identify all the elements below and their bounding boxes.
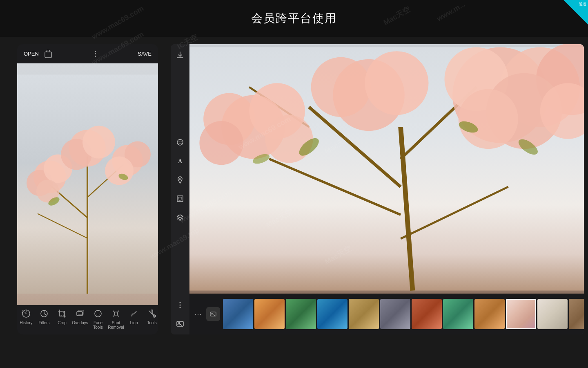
sidebar-photo-icon[interactable] [174,318,186,330]
toolbar-left: OPEN [24,49,53,58]
phone-image-content [17,63,158,305]
main-image-content [189,44,584,294]
svg-point-65 [199,121,243,165]
tool-face-label: Face Tools [89,321,107,330]
app-title: 会员跨平台使用 [251,11,337,26]
tool-tools-label: Tools [147,321,156,325]
bag-icon[interactable] [44,49,53,58]
svg-rect-74 [210,312,216,316]
filmstrip-thumb-12[interactable] [569,299,584,329]
svg-line-29 [117,315,119,316]
sidebar-text-icon[interactable]: A [174,155,186,167]
sidebar-face-icon[interactable] [174,137,186,148]
svg-rect-41 [177,196,183,202]
tool-face[interactable]: Face Tools [89,308,107,330]
svg-rect-21 [78,310,84,314]
tool-crop[interactable]: Crop [53,308,71,325]
save-button[interactable]: SAVE [138,51,151,57]
face-icon [93,308,103,319]
tool-liqu-label: Liqu [130,321,138,325]
svg-point-37 [179,141,180,142]
svg-point-36 [177,139,183,145]
svg-rect-42 [178,197,182,200]
history-icon [21,308,31,319]
svg-rect-46 [177,321,183,326]
svg-rect-31 [151,310,153,313]
crop-icon [57,308,67,319]
svg-point-23 [97,313,98,314]
tools-icon [147,308,157,319]
desktop-main-image [189,44,584,294]
filmstrip-photo-button[interactable] [206,307,220,321]
filmstrip-thumb-11[interactable] [537,299,568,329]
tool-tools[interactable]: Tools [143,308,158,325]
phone-bottom-bar: History Filters Crop [17,305,158,334]
corner-badge-text: 通道 [579,0,588,7]
svg-line-28 [113,315,115,316]
svg-point-43 [180,302,181,303]
overlays-icon [75,308,85,319]
filmstrip-thumb-2[interactable] [254,299,285,329]
sidebar-transform-icon[interactable] [174,193,186,204]
top-banner: 会员跨平台使用 通道 [0,0,588,37]
svg-point-24 [99,313,100,314]
tool-filters-label: Filters [38,321,49,325]
sidebar-pin-icon[interactable] [174,174,186,186]
svg-point-47 [178,322,180,324]
filmstrip-thumb-4[interactable] [317,299,347,329]
filmstrip-thumb-10-active[interactable] [506,299,536,329]
tool-crop-label: Crop [58,321,67,325]
svg-line-26 [113,311,115,312]
svg-point-22 [95,310,101,317]
svg-point-66 [265,115,313,163]
tool-history[interactable]: History [17,308,35,325]
filmstrip-thumb-7[interactable] [412,299,442,329]
tool-overlays[interactable]: Overlays [71,308,89,325]
phone-toolbar: OPEN SAVE [17,44,158,63]
phone-image-area [17,63,158,305]
svg-rect-20 [77,312,82,316]
corner-badge: 通道 [564,0,588,25]
svg-point-38 [181,141,182,142]
svg-point-68 [311,57,371,117]
desktop-filmstrip: ⋯ [189,294,584,334]
tool-spot-label: Spot Removal [107,321,125,330]
svg-point-15 [105,157,134,185]
filmstrip-thumb-1[interactable] [223,299,253,329]
sidebar-download-icon[interactable] [174,49,186,61]
filmstrip-thumb-3[interactable] [286,299,316,329]
tool-overlays-label: Overlays [72,321,88,325]
svg-point-69 [365,51,428,115]
svg-rect-0 [45,52,51,58]
desktop-panel: A [171,44,584,334]
tool-liqu[interactable]: Liqu [125,308,143,325]
svg-rect-19 [60,311,64,315]
tool-history-label: History [20,321,32,325]
tool-spot-removal[interactable]: Spot Removal [107,308,125,330]
svg-point-40 [179,178,181,180]
filmstrip-thumb-8[interactable] [443,299,473,329]
sidebar-more-icon[interactable] [174,299,186,311]
sidebar-layers-icon[interactable] [174,212,186,223]
liqu-icon [129,308,139,319]
filmstrip-thumb-6[interactable] [380,299,410,329]
filmstrip-thumb-5[interactable] [349,299,379,329]
svg-point-60 [459,89,518,149]
svg-text:A: A [178,158,183,164]
phone-panel: OPEN SAVE [17,44,158,334]
filmstrip-thumb-9[interactable] [474,299,505,329]
more-menu-button[interactable] [93,49,98,58]
svg-line-27 [117,311,119,312]
filters-icon [39,308,49,319]
svg-point-12 [82,126,115,159]
open-button[interactable]: OPEN [24,51,39,57]
spot-removal-icon [111,308,121,319]
desktop-sidebar: A [171,44,189,334]
tool-filters[interactable]: Filters [35,308,53,325]
svg-point-44 [180,305,181,306]
svg-point-45 [180,307,181,308]
filmstrip-more-button[interactable]: ⋯ [193,308,203,320]
